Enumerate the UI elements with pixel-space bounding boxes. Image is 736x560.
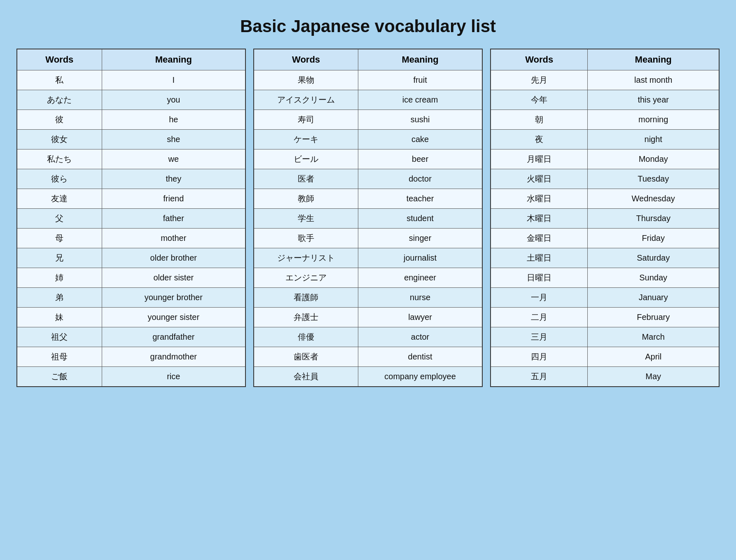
word-cell: 父 bbox=[17, 209, 102, 229]
table-row: 弁護士lawyer bbox=[254, 308, 482, 327]
meaning-cell: company employee bbox=[358, 367, 482, 387]
word-cell: 医者 bbox=[254, 169, 358, 189]
table-row: 看護師nurse bbox=[254, 288, 482, 308]
meaning-cell: Wednesday bbox=[588, 189, 719, 209]
word-cell: 土曜日 bbox=[491, 248, 588, 268]
word-cell: 彼ら bbox=[17, 169, 102, 189]
word-cell: 祖父 bbox=[17, 327, 102, 347]
table-row: 果物fruit bbox=[254, 70, 482, 90]
table-row: ビールbeer bbox=[254, 149, 482, 169]
meaning-cell: I bbox=[102, 70, 245, 90]
meaning-cell: last month bbox=[588, 70, 719, 90]
table-row: 土曜日Saturday bbox=[491, 248, 719, 268]
table-row: 水曜日Wednesday bbox=[491, 189, 719, 209]
table-row: 五月May bbox=[491, 367, 719, 387]
word-cell: あなた bbox=[17, 90, 102, 110]
meaning-cell: ice cream bbox=[358, 90, 482, 110]
table-row: 兄older brother bbox=[17, 248, 245, 268]
table-row: エンジニアengineer bbox=[254, 268, 482, 288]
meaning-cell: dentist bbox=[358, 347, 482, 367]
meaning-cell: doctor bbox=[358, 169, 482, 189]
meaning-cell: teacher bbox=[358, 189, 482, 209]
meaning-cell: nurse bbox=[358, 288, 482, 308]
table2-header-meaning: Meaning bbox=[358, 49, 482, 70]
word-cell: 弁護士 bbox=[254, 308, 358, 327]
meaning-cell: engineer bbox=[358, 268, 482, 288]
word-cell: 日曜日 bbox=[491, 268, 588, 288]
meaning-cell: February bbox=[588, 308, 719, 327]
table-row: 歌手singer bbox=[254, 229, 482, 248]
word-cell: 五月 bbox=[491, 367, 588, 387]
word-cell: 今年 bbox=[491, 90, 588, 110]
table-row: 先月last month bbox=[491, 70, 719, 90]
table-row: 父father bbox=[17, 209, 245, 229]
meaning-cell: you bbox=[102, 90, 245, 110]
table-row: 教師teacher bbox=[254, 189, 482, 209]
meaning-cell: Monday bbox=[588, 149, 719, 169]
table-row: 妹younger sister bbox=[17, 308, 245, 327]
meaning-cell: rice bbox=[102, 367, 245, 387]
page-title: Basic Japanese vocabulary list bbox=[8, 8, 728, 49]
word-cell: 果物 bbox=[254, 70, 358, 90]
word-cell: 月曜日 bbox=[491, 149, 588, 169]
table-row: 三月March bbox=[491, 327, 719, 347]
table-row: 私I bbox=[17, 70, 245, 90]
word-cell: 彼女 bbox=[17, 130, 102, 149]
table-row: 祖父grandfather bbox=[17, 327, 245, 347]
meaning-cell: lawyer bbox=[358, 308, 482, 327]
meaning-cell: Tuesday bbox=[588, 169, 719, 189]
table-row: 歯医者dentist bbox=[254, 347, 482, 367]
meaning-cell: she bbox=[102, 130, 245, 149]
table-row: 祖母grandmother bbox=[17, 347, 245, 367]
meaning-cell: singer bbox=[358, 229, 482, 248]
meaning-cell: morning bbox=[588, 110, 719, 130]
word-cell: 母 bbox=[17, 229, 102, 248]
table-row: 木曜日Thursday bbox=[491, 209, 719, 229]
table-row: 俳優actor bbox=[254, 327, 482, 347]
meaning-cell: mother bbox=[102, 229, 245, 248]
word-cell: 一月 bbox=[491, 288, 588, 308]
meaning-cell: grandmother bbox=[102, 347, 245, 367]
table-row: 学生student bbox=[254, 209, 482, 229]
table-row: 火曜日Tuesday bbox=[491, 169, 719, 189]
word-cell: ジャーナリスト bbox=[254, 248, 358, 268]
vocab-table-1: Words Meaning 私Iあなたyou彼he彼女she私たちwe彼らthe… bbox=[16, 49, 246, 387]
word-cell: 水曜日 bbox=[491, 189, 588, 209]
word-cell: 火曜日 bbox=[491, 169, 588, 189]
table-row: 彼he bbox=[17, 110, 245, 130]
meaning-cell: night bbox=[588, 130, 719, 149]
table3-header-words: Words bbox=[491, 49, 588, 70]
table-row: 弟younger brother bbox=[17, 288, 245, 308]
table-row: あなたyou bbox=[17, 90, 245, 110]
word-cell: 教師 bbox=[254, 189, 358, 209]
table2-header-words: Words bbox=[254, 49, 358, 70]
meaning-cell: older brother bbox=[102, 248, 245, 268]
table-row: 会社員company employee bbox=[254, 367, 482, 387]
vocab-table-3: Words Meaning 先月last month今年this year朝mo… bbox=[490, 49, 720, 387]
meaning-cell: student bbox=[358, 209, 482, 229]
word-cell: 四月 bbox=[491, 347, 588, 367]
table-row: 四月April bbox=[491, 347, 719, 367]
word-cell: ケーキ bbox=[254, 130, 358, 149]
meaning-cell: Saturday bbox=[588, 248, 719, 268]
table-row: ジャーナリストjournalist bbox=[254, 248, 482, 268]
vocab-table-2: Words Meaning 果物fruitアイスクリームice cream寿司s… bbox=[253, 49, 483, 387]
word-cell: 先月 bbox=[491, 70, 588, 90]
word-cell: ご飯 bbox=[17, 367, 102, 387]
word-cell: 朝 bbox=[491, 110, 588, 130]
word-cell: 祖母 bbox=[17, 347, 102, 367]
table-row: 月曜日Monday bbox=[491, 149, 719, 169]
table-row: 二月February bbox=[491, 308, 719, 327]
word-cell: 姉 bbox=[17, 268, 102, 288]
table-row: アイスクリームice cream bbox=[254, 90, 482, 110]
word-cell: 夜 bbox=[491, 130, 588, 149]
word-cell: 彼 bbox=[17, 110, 102, 130]
table3-header-meaning: Meaning bbox=[588, 49, 719, 70]
table-row: ご飯rice bbox=[17, 367, 245, 387]
meaning-cell: father bbox=[102, 209, 245, 229]
meaning-cell: May bbox=[588, 367, 719, 387]
word-cell: 俳優 bbox=[254, 327, 358, 347]
word-cell: 学生 bbox=[254, 209, 358, 229]
word-cell: 金曜日 bbox=[491, 229, 588, 248]
meaning-cell: friend bbox=[102, 189, 245, 209]
